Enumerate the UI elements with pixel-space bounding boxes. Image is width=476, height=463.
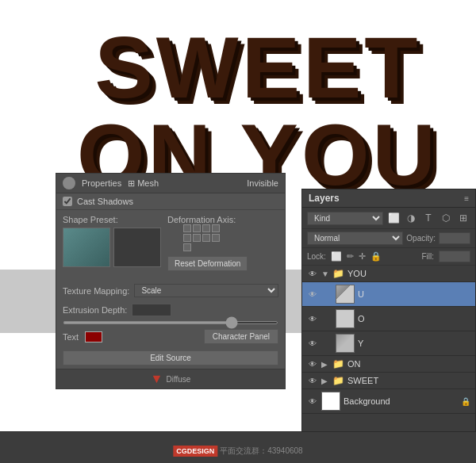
blend-mode-select[interactable]: Normal	[307, 232, 403, 245]
deform-dot	[193, 234, 201, 242]
collapsed-arrow-icon[interactable]: ▶	[321, 377, 329, 385]
shape-preset-label: Shape Preset:	[63, 215, 161, 224]
fill-label: Fill:	[421, 252, 434, 261]
lock-label: Lock:	[307, 252, 326, 261]
eye-icon[interactable]: 👁	[307, 396, 318, 407]
layer-name: O	[358, 314, 470, 323]
extrusion-depth-input[interactable]: 1920	[132, 304, 171, 316]
cast-shadows-row: Cast Shadows	[56, 193, 285, 209]
deform-dot	[183, 224, 191, 232]
text-color-swatch[interactable]	[85, 331, 102, 342]
layer-background-thumbnail	[321, 392, 340, 411]
layers-toolbar: Kind ⬜ ◑ T ⬡ ⊞	[302, 208, 475, 229]
eye-icon[interactable]: 👁	[307, 338, 318, 349]
layer-name: Background	[344, 396, 458, 406]
layer-sweet-group[interactable]: 👁 ▶ 📁 SWEET	[302, 373, 475, 389]
layer-name: SWEET	[347, 376, 470, 385]
layers-filter-type-btn[interactable]: T	[421, 211, 436, 225]
texture-mapping-label: Texture Mapping:	[63, 286, 129, 296]
diffuse-label: Diffuse	[166, 375, 190, 384]
layer-on-group[interactable]: 👁 ▶ 📁 ON	[302, 356, 475, 373]
reset-deformation-button[interactable]: Reset Deformation	[167, 256, 248, 271]
layers-header: Layers ≡	[302, 189, 475, 208]
eye-icon[interactable]: 👁	[307, 313, 318, 324]
deform-dot	[212, 234, 220, 242]
layers-expand-icon: ≡	[464, 194, 469, 203]
eye-icon[interactable]: 👁	[307, 375, 318, 386]
deform-dot	[183, 243, 191, 251]
fill-input[interactable]: 100%	[439, 251, 470, 262]
lock-position-icon[interactable]: ✛	[359, 251, 366, 262]
mesh-label: Mesh	[137, 178, 159, 188]
cast-shadows-checkbox[interactable]	[63, 197, 72, 206]
down-arrow-icon: ▼	[151, 372, 163, 386]
text-row: Text Character Panel	[56, 326, 285, 347]
eye-icon[interactable]: 👁	[307, 358, 318, 369]
texture-mapping-select[interactable]: Scale	[134, 284, 278, 297]
layers-kind-select[interactable]: Kind	[307, 212, 383, 225]
eye-icon[interactable]: 👁	[307, 289, 318, 300]
extrusion-depth-slider[interactable]	[63, 321, 278, 324]
layer-name: U	[358, 289, 470, 299]
cgdesign-logo: CGDESIGN	[173, 446, 217, 457]
mesh-button[interactable]: ⊞ Mesh	[128, 178, 159, 189]
properties-panel: Properties ⊞ Mesh Invisible Cast Shadows…	[56, 173, 286, 389]
mesh-icon: ⊞	[128, 178, 135, 189]
layers-panel: Layers ≡ Kind ⬜ ◑ T ⬡ ⊞ Normal Opacity: …	[301, 189, 476, 458]
layer-lock-icon: 🔒	[461, 397, 470, 406]
expand-arrow-icon[interactable]: ▼	[321, 270, 329, 278]
properties-bottom-bar: ▼ Diffuse	[56, 369, 285, 388]
texture-mapping-row: Texture Mapping: Scale	[56, 281, 285, 300]
layers-lock-row: Lock: ⬜ ✏ ✛ 🔒 Fill: 100%	[302, 248, 475, 266]
deform-dot	[183, 234, 191, 242]
properties-header: Properties ⊞ Mesh Invisible	[56, 174, 285, 193]
deform-dot	[202, 234, 210, 242]
shape-preset-box2[interactable]	[113, 228, 161, 267]
properties-icon	[63, 177, 75, 189]
layers-blend-row: Normal Opacity: 100%	[302, 229, 475, 248]
layer-name: YOU	[347, 269, 470, 278]
layer-you-group[interactable]: 👁 ▼ 📁 YOU	[302, 266, 475, 282]
layers-filter-pixel-btn[interactable]: ⬜	[386, 211, 401, 225]
layer-u-thumbnail	[336, 285, 355, 304]
lock-all-icon[interactable]: 🔒	[370, 251, 382, 262]
deformation-axis-label: Deformation Axis:	[167, 215, 248, 224]
layer-y-thumbnail	[336, 334, 355, 353]
layers-filter-shape-btn[interactable]: ⬡	[439, 211, 453, 225]
text-label: Text	[63, 332, 79, 342]
deform-dot	[202, 224, 210, 232]
lock-transparent-icon[interactable]: ⬜	[331, 251, 342, 262]
extrusion-depth-label: Extrusion Depth:	[63, 305, 127, 315]
deformation-grid	[183, 224, 220, 251]
watermark-text: 平面交流群：43940608	[220, 446, 303, 455]
layer-background[interactable]: 👁 Background 🔒	[302, 389, 475, 414]
opacity-input[interactable]: 100%	[439, 232, 470, 244]
collapsed-arrow-icon[interactable]: ▶	[321, 360, 329, 369]
folder-icon: 📁	[332, 268, 344, 279]
opacity-label: Opacity:	[406, 234, 436, 243]
app-bottom-bar: CGDESIGN 平面交流群：43940608	[0, 431, 476, 463]
layer-o[interactable]: 👁 O	[302, 307, 475, 331]
layers-filter-adjust-btn[interactable]: ◑	[404, 211, 418, 225]
lock-brush-icon[interactable]: ✏	[347, 251, 354, 262]
edit-source-button[interactable]: Edit Source	[63, 350, 278, 365]
watermark: CGDESIGN 平面交流群：43940608	[173, 446, 302, 457]
layers-title: Layers	[309, 193, 340, 204]
canvas-sweet-text: SWEET ON YOU	[40, 24, 476, 198]
layers-filter-smart-btn[interactable]: ⊞	[456, 211, 470, 225]
layer-y[interactable]: 👁 Y	[302, 331, 475, 356]
layer-u[interactable]: 👁 U	[302, 282, 475, 307]
deform-dot	[212, 224, 220, 232]
cast-shadows-label: Cast Shadows	[77, 197, 133, 206]
character-panel-button[interactable]: Character Panel	[204, 329, 278, 344]
properties-title: Properties	[82, 178, 121, 188]
layer-name: Y	[358, 339, 470, 348]
invisible-button[interactable]: Invisible	[247, 178, 278, 188]
shape-preset-box[interactable]	[63, 228, 110, 267]
deform-dot	[193, 224, 201, 232]
shape-deform-section: Shape Preset: Deformation Axis:	[56, 209, 285, 281]
shape-preview	[63, 228, 109, 266]
sweet-line: SWEET	[40, 24, 476, 111]
eye-icon[interactable]: 👁	[307, 268, 318, 279]
folder-icon: 📁	[332, 358, 344, 369]
